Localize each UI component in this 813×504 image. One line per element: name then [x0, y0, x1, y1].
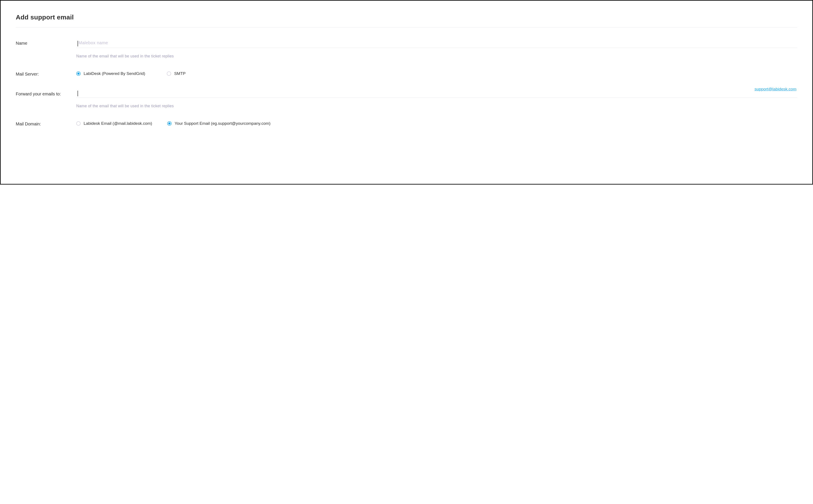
forward-input[interactable]: [76, 88, 797, 98]
mail-domain-content: Labidesk Email (@mail.labidesk.com) Your…: [76, 120, 797, 126]
name-input-wrapper[interactable]: Malebox name: [76, 39, 797, 48]
name-placeholder: Malebox name: [78, 40, 108, 45]
title-divider: [16, 27, 797, 28]
name-content: Malebox name Name of the email that will…: [76, 39, 797, 58]
mail-server-label: Mail Server:: [16, 70, 76, 77]
text-cursor-icon: [77, 41, 78, 46]
forward-help-text: Name of the email that will be used in t…: [76, 104, 797, 108]
mail-server-option-labidesk[interactable]: LabiDesk (Powered By SendGrid): [76, 71, 145, 76]
mail-server-option-label: SMTP: [174, 71, 185, 76]
name-help-text: Name of the email that will be used in t…: [76, 54, 797, 58]
radio-selected-icon: [76, 71, 81, 76]
page-title: Add support email: [16, 14, 797, 21]
mail-domain-option-label: Your Support Email (eg.support@yourcompa…: [174, 121, 271, 126]
radio-selected-icon: [167, 121, 171, 126]
mail-domain-option-own[interactable]: Your Support Email (eg.support@yourcompa…: [167, 121, 271, 126]
forward-input-wrapper: support@labidesk.com: [76, 88, 797, 98]
text-cursor-icon: [77, 91, 78, 96]
mail-server-option-smtp[interactable]: SMTP: [167, 71, 185, 76]
mail-domain-radio-group: Labidesk Email (@mail.labidesk.com) Your…: [76, 120, 797, 126]
form-container: Add support email Name Malebox name Name…: [0, 0, 813, 185]
mail-domain-option-labidesk[interactable]: Labidesk Email (@mail.labidesk.com): [76, 121, 152, 126]
mail-domain-row: Mail Domain: Labidesk Email (@mail.labid…: [16, 120, 797, 126]
forward-row: Forward your emails to: support@labidesk…: [16, 88, 797, 108]
name-row: Name Malebox name Name of the email that…: [16, 39, 797, 58]
mail-server-row: Mail Server: LabiDesk (Powered By SendGr…: [16, 70, 797, 77]
mail-server-content: LabiDesk (Powered By SendGrid) SMTP: [76, 70, 797, 76]
radio-unselected-icon: [167, 71, 171, 76]
mail-domain-option-label: Labidesk Email (@mail.labidesk.com): [84, 121, 152, 126]
mail-server-option-label: LabiDesk (Powered By SendGrid): [84, 71, 145, 76]
forward-content: support@labidesk.com Name of the email t…: [76, 88, 797, 108]
mail-server-radio-group: LabiDesk (Powered By SendGrid) SMTP: [76, 70, 797, 76]
radio-unselected-icon: [76, 121, 81, 126]
forward-label: Forward your emails to:: [16, 88, 76, 96]
mail-domain-label: Mail Domain:: [16, 120, 76, 126]
name-label: Name: [16, 39, 76, 46]
